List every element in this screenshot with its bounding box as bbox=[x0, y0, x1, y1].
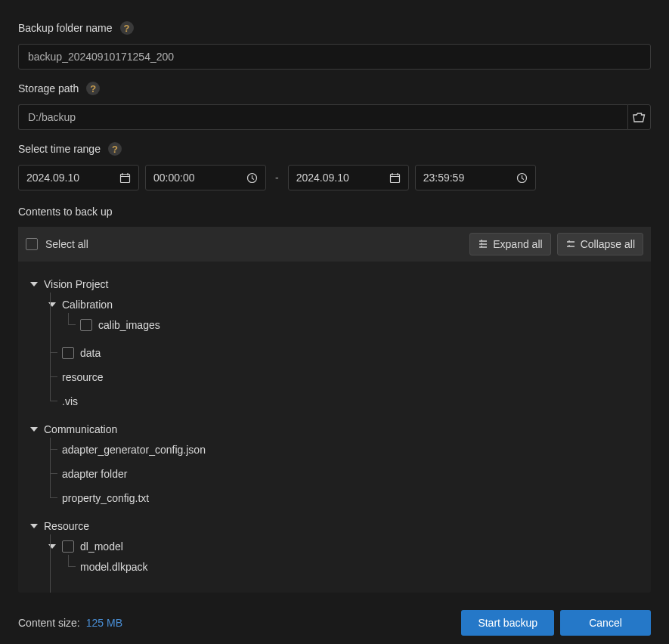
tree-node-adapter-folder: adapter folder bbox=[44, 462, 643, 486]
tree-checkbox[interactable] bbox=[62, 347, 74, 359]
tree-row[interactable]: calib_images bbox=[80, 317, 643, 333]
tree-label: resource bbox=[62, 371, 103, 383]
caret-down-icon[interactable] bbox=[30, 524, 38, 528]
tree-node-property-config: property_config.txt bbox=[44, 486, 643, 510]
tree-node-data: data bbox=[44, 341, 643, 365]
storage-path-label-row: Storage path ? bbox=[18, 82, 651, 95]
tree-row[interactable]: adapter_generator_config.json bbox=[62, 441, 643, 458]
tree-label: calib_images bbox=[98, 319, 160, 331]
svg-rect-2 bbox=[390, 174, 399, 182]
tree-node-resource-vp: resource bbox=[44, 365, 643, 389]
collapse-all-label: Collapse all bbox=[581, 238, 635, 250]
storage-path-row bbox=[18, 104, 651, 130]
tree-node-calib-images: calib_images bbox=[62, 313, 643, 337]
contents-toolbar: Select all Expand all Collapse all bbox=[18, 227, 651, 262]
select-all-checkbox[interactable] bbox=[26, 238, 38, 250]
tree-label: Calibration bbox=[62, 299, 113, 311]
contents-label: Contents to back up bbox=[18, 206, 651, 218]
clock-icon bbox=[516, 172, 528, 184]
tree-node-camera: camera bbox=[44, 583, 643, 593]
backup-dialog: Backup folder name ? Storage path ? Sele… bbox=[0, 0, 669, 644]
tree-label: property_config.txt bbox=[62, 492, 149, 504]
time-range-row: 2024.09.10 00:00:00 - 2024.09.10 23:59:5… bbox=[18, 165, 651, 190]
time-from-value: 00:00:00 bbox=[153, 172, 195, 184]
tree-scroll[interactable]: Vision Project Calibration bbox=[18, 262, 651, 593]
calendar-icon bbox=[119, 172, 131, 184]
tree-label: camera bbox=[62, 589, 98, 593]
tree-row[interactable]: property_config.txt bbox=[62, 490, 643, 506]
tree-label: .vis bbox=[62, 395, 78, 407]
range-dash: - bbox=[272, 172, 282, 184]
backup-folder-input[interactable] bbox=[18, 44, 651, 70]
tree-label: dl_model bbox=[80, 540, 123, 553]
time-from-input[interactable]: 00:00:00 bbox=[145, 165, 266, 190]
tree-row[interactable]: Resource bbox=[44, 518, 643, 534]
folder-open-icon bbox=[633, 112, 646, 122]
help-icon[interactable]: ? bbox=[120, 21, 134, 35]
tree-label: adapter_generator_config.json bbox=[62, 444, 206, 456]
svg-rect-0 bbox=[121, 174, 130, 182]
tree-label: data bbox=[80, 347, 101, 359]
backup-folder-label: Backup folder name bbox=[18, 22, 113, 34]
tree-label: adapter folder bbox=[62, 468, 127, 480]
tree-node-adapter-config: adapter_generator_config.json bbox=[44, 438, 643, 462]
tree-node-resource: Resource dl_model bbox=[26, 514, 643, 593]
tree-row[interactable]: Calibration bbox=[62, 296, 643, 313]
collapse-all-button[interactable]: Collapse all bbox=[557, 233, 643, 255]
tree-row[interactable]: resource bbox=[62, 369, 643, 385]
tree-row[interactable]: data bbox=[62, 345, 643, 361]
time-range-label: Select time range bbox=[18, 143, 101, 155]
tree-label: Vision Project bbox=[44, 278, 108, 290]
tree-row[interactable]: adapter folder bbox=[62, 466, 643, 482]
time-to-input[interactable]: 23:59:59 bbox=[415, 165, 536, 190]
tree-node-communication: Communication adapter_generator_config.j… bbox=[26, 417, 643, 514]
collapse-all-icon bbox=[565, 239, 576, 249]
date-to-input[interactable]: 2024.09.10 bbox=[288, 165, 409, 190]
tree-node-vision-project: Vision Project Calibration bbox=[26, 272, 643, 417]
caret-down-icon[interactable] bbox=[30, 427, 38, 432]
calendar-icon bbox=[389, 172, 401, 184]
caret-down-icon[interactable] bbox=[48, 302, 56, 307]
clock-icon bbox=[246, 172, 258, 184]
date-from-input[interactable]: 2024.09.10 bbox=[18, 165, 139, 190]
expand-all-label: Expand all bbox=[493, 238, 542, 250]
time-to-value: 23:59:59 bbox=[423, 172, 465, 184]
tree-node-vis: .vis bbox=[44, 389, 643, 413]
start-backup-button[interactable]: Start backup bbox=[461, 610, 554, 636]
dialog-footer: Content size: 125 MB Start backup Cancel bbox=[18, 602, 651, 644]
backup-folder-label-row: Backup folder name ? bbox=[18, 21, 651, 35]
tree-row[interactable]: Communication bbox=[44, 421, 643, 438]
expand-all-button[interactable]: Expand all bbox=[469, 233, 550, 255]
browse-folder-button[interactable] bbox=[627, 104, 651, 130]
help-icon[interactable]: ? bbox=[86, 82, 100, 95]
tree-checkbox[interactable] bbox=[80, 319, 92, 331]
tree-row[interactable]: .vis bbox=[62, 393, 643, 410]
tree-label: Communication bbox=[44, 423, 117, 435]
expand-all-icon bbox=[478, 239, 488, 249]
select-all-label: Select all bbox=[45, 238, 88, 250]
caret-down-icon[interactable] bbox=[48, 544, 56, 549]
tree-row[interactable]: Vision Project bbox=[44, 276, 643, 293]
tree-label: model.dlkpack bbox=[80, 561, 148, 573]
select-all-wrap: Select all bbox=[26, 238, 463, 250]
tree-node-calibration: Calibration calib_images bbox=[44, 293, 643, 341]
cancel-button[interactable]: Cancel bbox=[560, 610, 651, 636]
date-from-value: 2024.09.10 bbox=[26, 172, 79, 184]
content-size-value: 125 MB bbox=[86, 617, 122, 629]
tree-row[interactable]: camera bbox=[62, 587, 643, 593]
caret-down-icon[interactable] bbox=[30, 282, 38, 286]
content-size-label: Content size: bbox=[18, 617, 80, 629]
tree-node-dl-model: dl_model model.dlkpack bbox=[44, 534, 643, 583]
help-icon[interactable]: ? bbox=[108, 142, 122, 156]
contents-panel: Select all Expand all Collapse all bbox=[18, 227, 651, 593]
tree-label: Resource bbox=[44, 520, 89, 532]
tree-node-model-dlkpack: model.dlkpack bbox=[62, 555, 643, 579]
storage-path-input[interactable] bbox=[18, 104, 627, 130]
date-to-value: 2024.09.10 bbox=[296, 172, 349, 184]
time-range-label-row: Select time range ? bbox=[18, 142, 651, 156]
storage-path-label: Storage path bbox=[18, 82, 79, 94]
tree-checkbox[interactable] bbox=[62, 540, 74, 553]
tree-row[interactable]: dl_model bbox=[62, 538, 643, 555]
tree-row[interactable]: model.dlkpack bbox=[80, 559, 643, 575]
